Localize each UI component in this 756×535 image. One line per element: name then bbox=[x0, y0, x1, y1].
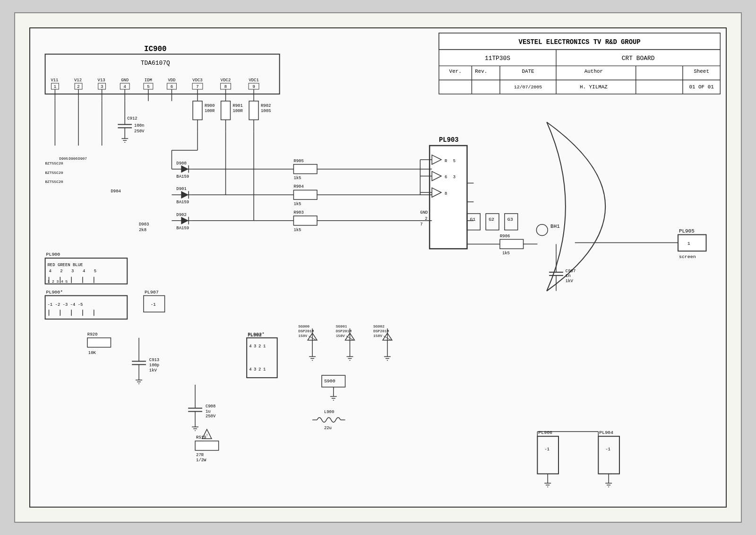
svg-text:SG902: SG902 bbox=[373, 324, 385, 328]
svg-text:4: 4 bbox=[124, 85, 126, 89]
svg-text:RED  GREEN  BLUE: RED GREEN BLUE bbox=[48, 263, 83, 268]
schematic-svg: VESTEL ELECTRONICS TV R&D GROUP 11TP30S … bbox=[30, 28, 726, 507]
svg-text:R900: R900 bbox=[205, 104, 215, 108]
svg-text:D903: D903 bbox=[139, 222, 149, 227]
svg-text:G2: G2 bbox=[489, 217, 494, 222]
svg-text:150V: 150V bbox=[298, 334, 307, 338]
svg-rect-141 bbox=[500, 239, 524, 249]
svg-text:R905: R905 bbox=[293, 159, 303, 164]
svg-text:5: 5 bbox=[147, 85, 149, 89]
svg-text:4: 4 bbox=[249, 367, 251, 372]
svg-text:1: 1 bbox=[263, 367, 266, 372]
svg-text:1: 1 bbox=[687, 241, 690, 246]
svg-text:3: 3 bbox=[453, 175, 455, 180]
svg-text:1: 1 bbox=[263, 344, 266, 349]
svg-text:3: 3 bbox=[254, 367, 256, 372]
svg-text:VDD: VDD bbox=[168, 78, 175, 83]
svg-rect-113 bbox=[430, 146, 467, 249]
svg-text:Sheet: Sheet bbox=[694, 69, 709, 74]
svg-text:V12: V12 bbox=[74, 78, 82, 83]
svg-text:8: 8 bbox=[224, 85, 227, 89]
svg-text:S900: S900 bbox=[324, 379, 335, 384]
svg-text:3: 3 bbox=[71, 269, 74, 274]
svg-text:2: 2 bbox=[77, 85, 79, 89]
svg-text:7: 7 bbox=[420, 222, 422, 227]
svg-text:V11: V11 bbox=[51, 78, 58, 83]
svg-text:!: ! bbox=[206, 433, 208, 437]
svg-text:D901: D901 bbox=[176, 187, 186, 191]
svg-text:DSP201M: DSP201M bbox=[373, 329, 389, 333]
svg-text:R920: R920 bbox=[87, 332, 97, 337]
svg-marker-85 bbox=[181, 165, 189, 173]
svg-text:4: 4 bbox=[249, 344, 251, 349]
svg-text:VESTEL ELECTRONICS TV R&D GROU: VESTEL ELECTRONICS TV R&D GROUP bbox=[519, 38, 641, 46]
schematic-area: VESTEL ELECTRONICS TV R&D GROUP 11TP30S … bbox=[29, 27, 727, 508]
svg-text:1/2W: 1/2W bbox=[196, 458, 206, 463]
svg-text:1kV: 1kV bbox=[149, 368, 157, 373]
svg-text:C908: C908 bbox=[206, 404, 215, 409]
svg-text:27R: 27R bbox=[196, 453, 204, 457]
svg-text:100p: 100p bbox=[149, 363, 159, 368]
svg-text:VDC3: VDC3 bbox=[192, 78, 202, 83]
svg-text:PL904: PL904 bbox=[599, 430, 613, 435]
svg-text:3: 3 bbox=[101, 85, 103, 89]
svg-text:BA159: BA159 bbox=[176, 200, 189, 205]
svg-text:RS19: RS19 bbox=[196, 435, 206, 440]
svg-text:G3: G3 bbox=[507, 217, 513, 222]
svg-text:1k5: 1k5 bbox=[293, 176, 301, 181]
svg-text:PL900: PL900 bbox=[46, 252, 60, 257]
svg-text:BA159: BA159 bbox=[176, 174, 189, 179]
svg-text:100R: 100R bbox=[205, 109, 215, 113]
svg-text:Rev.: Rev. bbox=[475, 69, 487, 74]
svg-text:R901: R901 bbox=[232, 104, 242, 108]
svg-text:CRT BOARD: CRT BOARD bbox=[622, 55, 655, 62]
svg-text:150V: 150V bbox=[373, 334, 382, 338]
svg-text:1k5: 1k5 bbox=[293, 202, 301, 207]
svg-text:PL906: PL906 bbox=[538, 430, 552, 435]
page: VESTEL ELECTRONICS TV R&D GROUP 11TP30S … bbox=[14, 12, 742, 523]
svg-text:1k5: 1k5 bbox=[502, 251, 510, 256]
svg-text:2: 2 bbox=[258, 367, 261, 372]
svg-text:R906: R906 bbox=[500, 234, 510, 239]
svg-text:-1: -1 bbox=[605, 447, 610, 452]
svg-text:01 OF 01: 01 OF 01 bbox=[689, 84, 714, 90]
svg-rect-276 bbox=[537, 436, 558, 474]
svg-text:PL905: PL905 bbox=[679, 228, 695, 234]
svg-text:DSP201M: DSP201M bbox=[298, 329, 314, 333]
svg-text:VDC1: VDC1 bbox=[249, 78, 258, 83]
svg-text:V13: V13 bbox=[98, 78, 105, 83]
svg-text:G1: G1 bbox=[470, 217, 475, 222]
svg-text:4: 4 bbox=[49, 269, 52, 274]
svg-text:BH1: BH1 bbox=[550, 224, 560, 229]
svg-text:D905: D905 bbox=[59, 156, 68, 161]
svg-text:8: 8 bbox=[445, 191, 447, 196]
svg-text:5: 5 bbox=[94, 269, 96, 274]
svg-text:250V: 250V bbox=[206, 414, 216, 419]
svg-point-139 bbox=[536, 224, 548, 236]
svg-text:BZT55C20: BZT55C20 bbox=[45, 180, 63, 184]
svg-text:6: 6 bbox=[445, 175, 447, 180]
svg-text:H. YILMAZ: H. YILMAZ bbox=[580, 84, 608, 90]
svg-text:D900: D900 bbox=[176, 161, 186, 166]
svg-text:9: 9 bbox=[252, 85, 255, 89]
svg-text:2: 2 bbox=[425, 216, 427, 221]
svg-text:-1: -1 bbox=[544, 447, 550, 452]
svg-text:GND: GND bbox=[420, 210, 428, 215]
svg-rect-109 bbox=[293, 164, 317, 174]
svg-text:D906: D906 bbox=[69, 156, 77, 161]
svg-text:PL902: PL902 bbox=[248, 333, 262, 338]
svg-text:L900: L900 bbox=[324, 410, 334, 414]
svg-text:-1 -2 -3 -4 -5: -1 -2 -3 -4 -5 bbox=[48, 302, 83, 307]
svg-text:VDC2: VDC2 bbox=[221, 78, 231, 83]
svg-text:3: 3 bbox=[254, 344, 256, 349]
svg-text:22u: 22u bbox=[324, 426, 332, 431]
svg-rect-61 bbox=[193, 101, 202, 120]
svg-text:R: R bbox=[445, 159, 447, 164]
svg-text:4: 4 bbox=[83, 269, 85, 274]
svg-rect-215 bbox=[195, 441, 219, 450]
svg-text:screen: screen bbox=[679, 254, 696, 259]
svg-text:TDA6107Q: TDA6107Q bbox=[141, 60, 170, 67]
svg-text:DATE: DATE bbox=[522, 69, 534, 74]
svg-text:DSP201M: DSP201M bbox=[336, 329, 352, 333]
svg-rect-104 bbox=[293, 190, 317, 199]
